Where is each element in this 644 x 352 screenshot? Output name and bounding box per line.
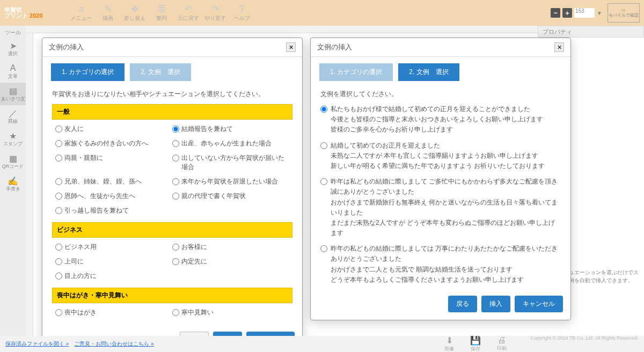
- tool-text[interactable]: A文章: [0, 60, 26, 83]
- option-label: 恩師へ、生徒から先生へ: [64, 192, 135, 201]
- radio[interactable]: [55, 193, 62, 200]
- category-option[interactable]: 上司に: [55, 255, 172, 268]
- option-label: 引っ越し報告を兼ねて: [64, 206, 129, 215]
- footer-save-button[interactable]: 💾保存: [470, 335, 481, 352]
- undo-button[interactable]: ↶元に戻す: [175, 4, 202, 22]
- category-option[interactable]: 引っ越し報告を兼ねて: [55, 204, 172, 217]
- category-option[interactable]: 目上の方に: [55, 270, 172, 282]
- radio[interactable]: [172, 126, 179, 133]
- radio[interactable]: [55, 155, 62, 162]
- tool-handwrite[interactable]: ✍手書き: [0, 173, 26, 195]
- help-icon: ?: [229, 4, 255, 14]
- category-option[interactable]: お客様に: [172, 241, 289, 253]
- radio[interactable]: [320, 106, 327, 113]
- redo-button[interactable]: ↷やり直す: [202, 4, 229, 22]
- category-option[interactable]: 家族ぐるみの付き合いの方へ: [55, 137, 172, 150]
- footer-open-file-link[interactable]: 保存済みファイルを開く »: [5, 340, 69, 348]
- option-label: お客様に: [181, 243, 207, 252]
- radio[interactable]: [55, 309, 62, 316]
- dialog-example-select: 文例の挿入 ✕ 1. カテゴリの選択 2. 文例 選択 文例を選択してください。…: [310, 38, 571, 320]
- mobile-preview-button[interactable]: ▭モバイルで確認: [608, 3, 640, 23]
- footer-feedback-link[interactable]: ご意見・お問い合わせはこちら »: [74, 340, 153, 348]
- radio[interactable]: [172, 140, 179, 147]
- save-icon: 💾: [470, 335, 481, 346]
- dialog1-tab-category[interactable]: 1. カテゴリの選択: [51, 63, 125, 81]
- example-option[interactable]: 昨年の私どもの結婚に際しましては 万事にわたりあたたかなご配慮をいただきありがと…: [320, 244, 561, 285]
- radio[interactable]: [55, 244, 62, 251]
- mobile-icon: ▭: [621, 8, 626, 12]
- swap-button[interactable]: ❖差し替え: [121, 4, 148, 22]
- radio[interactable]: [172, 193, 179, 200]
- category-option[interactable]: 寒中見舞い: [172, 306, 289, 319]
- category-option[interactable]: 友人に: [55, 123, 172, 135]
- category-option[interactable]: 内定先に: [172, 255, 289, 268]
- section-header: 喪中はがき・寒中見舞い: [52, 288, 292, 303]
- radio[interactable]: [320, 142, 327, 149]
- category-option[interactable]: [172, 204, 289, 217]
- zoom-in-button[interactable]: ＋: [562, 8, 572, 18]
- radio[interactable]: [55, 126, 62, 133]
- category-option[interactable]: 恩師へ、生徒から先生へ: [55, 190, 172, 202]
- option-label: 結婚報告を兼ねて: [181, 124, 233, 134]
- redo-icon: ↷: [202, 4, 229, 14]
- option-label: 来年から年賀状を辞退したい場合: [181, 177, 278, 186]
- radio[interactable]: [320, 178, 327, 185]
- copyright: Copyright © 2019 TB Co.,Ltd. All Rights …: [530, 335, 639, 352]
- topbar: 年賀状 プリント 2020 ≡メニュー ✎描画 ❖差し替え ≣整列 ↶元に戻す …: [0, 0, 644, 26]
- category-option[interactable]: 喪中はがき: [55, 306, 172, 319]
- example-option[interactable]: 結婚して初めてのお正月を迎えました 未熟な二人ですが 本年も宜しくご指導賜ります…: [320, 141, 561, 172]
- tool-greeting[interactable]: ▤あいさつ文: [0, 83, 26, 105]
- dialog2-insert-button[interactable]: 挿入: [481, 296, 510, 312]
- category-option[interactable]: [172, 270, 289, 282]
- align-icon: ≣: [148, 4, 175, 14]
- category-option[interactable]: 来年から年賀状を辞退したい場合: [172, 175, 289, 188]
- radio[interactable]: [55, 140, 62, 147]
- radio[interactable]: [320, 245, 327, 252]
- category-option[interactable]: 両親・親類に: [55, 152, 172, 173]
- dialog2-close-button[interactable]: ✕: [554, 42, 564, 52]
- tool-qr[interactable]: ▦QRコード: [0, 150, 26, 173]
- tool-select[interactable]: ➤選択: [0, 38, 26, 60]
- category-option[interactable]: 出産、赤ちゃんが生まれた場合: [172, 137, 289, 150]
- properties-panel-header[interactable]: プロパティ: [538, 26, 644, 38]
- radio[interactable]: [172, 258, 179, 265]
- category-option[interactable]: 結婚報告を兼ねて: [172, 123, 289, 135]
- menu-icon: ≡: [68, 4, 94, 14]
- help-button[interactable]: ?ヘルプ: [229, 4, 255, 22]
- category-option[interactable]: 出していない方から年賀状が届いた場合: [172, 152, 289, 173]
- example-option[interactable]: 私たちもおかげ様で結婚して初めての正月を迎えることができました 今後とも皆様のご…: [320, 104, 561, 135]
- zoom-value[interactable]: 153: [574, 8, 595, 18]
- dialog2-tab-example[interactable]: 2. 文例 選択: [398, 63, 459, 81]
- draw-button[interactable]: ✎描画: [94, 4, 121, 22]
- radio[interactable]: [172, 155, 179, 162]
- radio[interactable]: [55, 178, 62, 185]
- dialog1-close-button[interactable]: ✕: [286, 42, 296, 52]
- radio[interactable]: [172, 244, 179, 251]
- doc-icon: ▤: [9, 86, 17, 96]
- example-option[interactable]: 昨年は私どもの結婚に際しまして ご多忙中にもかかわらず多大なご配慮を頂き 誠にあ…: [320, 177, 561, 238]
- option-label: 目上の方に: [64, 272, 97, 281]
- menu-button[interactable]: ≡メニュー: [68, 4, 94, 22]
- footer-image-button[interactable]: ⬇画像: [444, 335, 454, 352]
- tool-line[interactable]: ／罫線: [0, 105, 26, 128]
- footer-print-button[interactable]: 🖨印刷: [497, 335, 507, 352]
- radio[interactable]: [55, 273, 62, 280]
- line-icon: ／: [9, 108, 17, 118]
- dialog2-back-button[interactable]: 戻る: [448, 296, 477, 312]
- radio[interactable]: [55, 207, 62, 214]
- radio[interactable]: [172, 309, 179, 316]
- radio[interactable]: [172, 178, 179, 185]
- dialog1-instruction: 年賀状をお送りになりたい相手やシチュエーションを選択してください。: [52, 90, 292, 99]
- category-option[interactable]: 兄弟、姉妹、姪、姪、孫へ: [55, 175, 172, 188]
- radio[interactable]: [55, 258, 62, 265]
- zoom-out-button[interactable]: −: [551, 8, 560, 18]
- category-option[interactable]: 親の代理で書く年賀状: [172, 190, 289, 202]
- dialog2-title: 文例の挿入: [317, 42, 352, 52]
- category-option[interactable]: ビジネス用: [55, 241, 172, 253]
- align-button[interactable]: ≣整列: [148, 4, 175, 22]
- tool-stamp[interactable]: ★スタンプ: [0, 128, 26, 150]
- dialog1-tab-example[interactable]: 2. 文例 選択: [130, 63, 191, 81]
- dialog2-tab-category[interactable]: 1. カテゴリの選択: [319, 63, 393, 81]
- dialog2-cancel-button[interactable]: キャンセル: [515, 296, 563, 312]
- example-text: 昨年の私どもの結婚に際しましては 万事にわたりあたたかなご配慮をいただきありがと…: [331, 244, 561, 285]
